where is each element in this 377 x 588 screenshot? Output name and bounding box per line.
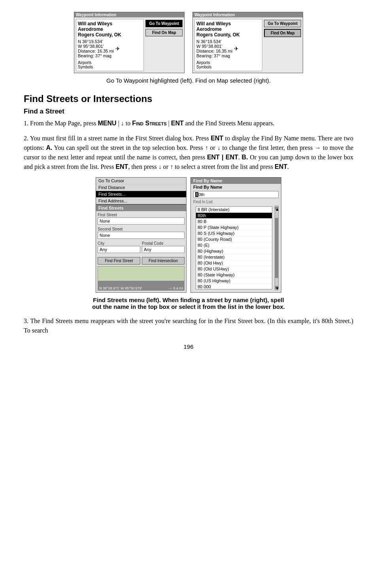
list-item-80hwy[interactable]: 80 (Highway): [196, 248, 272, 254]
find-name-input[interactable]: 80th: [193, 191, 279, 198]
list-item-80th[interactable]: 80th: [196, 213, 272, 219]
find-streets-menu: Go To Cursor Find Distance Find Streets.…: [96, 177, 187, 293]
city-col: City Any: [98, 241, 140, 255]
list-item-80interstate[interactable]: 80 (Interstate): [196, 254, 272, 260]
right-coord-n: N 36°19.534': [196, 39, 232, 44]
right-coord-w: W 95°38.801': [196, 44, 232, 49]
airplane-icon-left: ✈: [115, 45, 120, 52]
left-panel-body: Will and Wileys Aerodrome Rogers County,…: [74, 17, 184, 73]
page-number: 196: [24, 343, 353, 350]
second-street-label: Second Street: [98, 227, 185, 231]
left-waypoint-panel: Waypoint Information Will and Wileys Aer…: [74, 12, 185, 73]
list-item-80000[interactable]: 80 000: [196, 284, 272, 289]
scroll-down-arrow[interactable]: ▼: [275, 286, 278, 289]
list-item-80p[interactable]: 80 P (State Highway): [196, 225, 272, 231]
right-panel-body: Will and Wileys Aerodrome Rogers County,…: [193, 17, 303, 73]
first-street-label: First Street: [98, 213, 185, 217]
top-caption: Go To Waypoint highlighted (left). Find …: [24, 77, 353, 84]
list-item-8br[interactable]: 8 BR (Interstate): [196, 207, 272, 213]
menu-item-goto-cursor[interactable]: Go To Cursor: [96, 178, 186, 184]
input-cursor-char: 8: [195, 192, 198, 197]
list-item-80b[interactable]: 80 B: [196, 219, 272, 225]
section-title: Find Streets or Intersections: [24, 93, 353, 104]
bottom-caption: Find Streets menu (left). When finding a…: [24, 297, 353, 310]
find-first-street-button[interactable]: Find First Street: [98, 257, 140, 265]
subsection-title: Find a Street: [24, 108, 353, 115]
postal-label: Postal Code: [142, 241, 185, 246]
right-name-line1: Will and Wileys Aerodrome Rogers County,…: [196, 21, 260, 38]
left-waypoint-info: Will and Wileys Aerodrome Rogers County,…: [76, 19, 144, 71]
left-panel-title: Waypoint Information: [74, 12, 184, 17]
menu-item-find-streets[interactable]: Find Streets...: [96, 191, 186, 198]
list-item-80county[interactable]: 80 (County Road): [196, 236, 272, 242]
find-streets-header: Find Streets: [96, 205, 186, 211]
map-coords: N 36°08.971' W 95°50.579': [99, 286, 142, 290]
city-field[interactable]: Any: [98, 246, 140, 253]
second-street-field[interactable]: None: [98, 232, 185, 239]
map-thumbnail: [98, 266, 185, 286]
right-panel-title: Waypoint Information: [193, 12, 303, 17]
map-area: N 36°08.971' W 95°50.579' ↔ 0.4 mi: [98, 266, 185, 291]
find-streets-form: First Street None Second Street None Cit…: [96, 211, 186, 292]
city-postal-row: City Any Postal Code Any: [98, 241, 185, 255]
right-goto-button[interactable]: Go To Waypoint: [264, 20, 301, 27]
map-scale-bar: [98, 281, 184, 285]
right-waypoint-info: Will and Wileys Aerodrome Rogers County,…: [194, 19, 262, 71]
find-intersection-button[interactable]: Find Intersection: [142, 257, 185, 265]
left-waypoint-buttons: Go To Waypoint Find On Map: [145, 19, 183, 71]
left-coord-n: N 36°19.534': [78, 39, 114, 44]
right-distance: Distance: 16.35 mi: [196, 49, 232, 53]
top-screenshots-row: Waypoint Information Will and Wileys Aer…: [24, 12, 353, 73]
list-container: 8 BR (Interstate) 80th 80 B 80 P (State …: [193, 206, 279, 290]
right-find-button[interactable]: Find On Map: [264, 29, 301, 37]
street-list[interactable]: 8 BR (Interstate) 80th 80 B 80 P (State …: [196, 206, 272, 289]
scroll-up-arrow[interactable]: ▲: [275, 207, 278, 210]
first-street-field[interactable]: None: [98, 217, 185, 225]
left-distance: Distance: 16.35 mi: [78, 49, 114, 53]
list-item-80state[interactable]: 80 (State Highway): [196, 272, 272, 278]
bottom-screenshots-row: Go To Cursor Find Distance Find Streets.…: [24, 177, 353, 293]
right-waypoint-panel: Waypoint Information Will and Wileys Aer…: [192, 12, 303, 73]
left-coord-w: W 95°38.801': [78, 44, 114, 49]
left-coord-row: N 36°19.534' W 95°38.801' Distance: 16.3…: [78, 39, 142, 58]
paragraph1: 1. From the Map Page, press MENU | ↓ to …: [24, 119, 353, 128]
find-in-list-label: Find In List: [191, 199, 281, 205]
left-find-button[interactable]: Find On Map: [145, 29, 183, 36]
right-waypoint-buttons: Go To Waypoint Find On Map: [264, 19, 301, 71]
left-bearing: Bearing: 37° mag: [78, 53, 114, 58]
right-bearing: Bearing: 37° mag: [196, 53, 232, 58]
find-by-name-title: Find By Name: [191, 184, 281, 190]
airplane-icon-right: ✈: [234, 45, 239, 52]
paragraph2: 2. You must first fill in a street name …: [24, 134, 353, 172]
left-category: Airports Symbols: [78, 61, 142, 69]
list-item-80oldhwy[interactable]: 80 (Old Hwy): [196, 260, 272, 266]
map-status-bar: N 36°08.971' W 95°50.579' ↔ 0.4 mi: [98, 286, 185, 291]
menu-item-find-distance[interactable]: Find Distance: [96, 184, 186, 191]
map-scale: ↔ 0.4 mi: [169, 286, 183, 290]
input-rest: 0th: [198, 192, 204, 197]
menu-item-find-address[interactable]: Find Address...: [96, 198, 186, 205]
form-buttons: Find First Street Find Intersection: [98, 257, 185, 265]
postal-field[interactable]: Any: [142, 246, 185, 253]
left-goto-button[interactable]: Go To Waypoint: [145, 20, 183, 27]
list-item-80oldus[interactable]: 80 (Old USHwy): [196, 266, 272, 272]
right-coord-row: N 36°19.534' W 95°38.801' Distance: 16.3…: [196, 39, 260, 58]
city-label: City: [98, 241, 140, 246]
paragraph3: 3. The Find Streets menu reappears with …: [24, 316, 353, 335]
scroll-thumb[interactable]: [275, 218, 278, 278]
find-by-name-panel: Find By Name Find By Name 80th Find In L…: [190, 177, 281, 293]
find-by-name-header: Find By Name: [191, 178, 281, 184]
list-item-80e[interactable]: 80 (E): [196, 242, 272, 248]
postal-col: Postal Code Any: [142, 241, 185, 255]
list-item-80s[interactable]: 80 S (US Highway): [196, 231, 272, 236]
scrollbar[interactable]: ▲ ▼: [275, 206, 279, 290]
right-category: Airports Symbols: [196, 61, 260, 69]
left-name-line1: Will and Wileys Aerodrome Rogers County,…: [78, 21, 142, 38]
list-item-80us[interactable]: 80 (US Highway): [196, 278, 272, 284]
